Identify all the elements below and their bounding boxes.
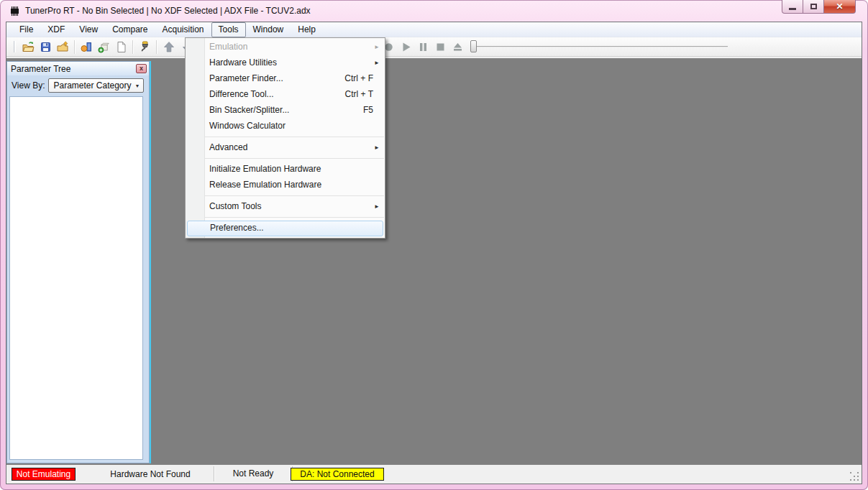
minimize-icon bbox=[789, 8, 796, 10]
open-icon bbox=[22, 41, 35, 52]
workspace: Parameter Tree x View By: Parameter Cate… bbox=[6, 58, 862, 465]
initialize-hardware-button[interactable] bbox=[136, 39, 153, 55]
minimize-button[interactable] bbox=[782, 0, 803, 14]
hardware-status: Hardware Not Found bbox=[78, 469, 222, 479]
menu-bar: File XDF View Compare Acquisition Tools … bbox=[6, 22, 862, 37]
toolbar-separator bbox=[132, 40, 133, 54]
menu-separator bbox=[205, 137, 384, 137]
new-xdf-icon bbox=[98, 41, 110, 53]
menu-item-difference-tool[interactable]: Difference Tool...Ctrl + T bbox=[186, 87, 385, 103]
compare-bins-icon bbox=[81, 41, 93, 53]
menu-file[interactable]: File bbox=[12, 22, 40, 37]
menu-item-advanced[interactable]: Advanced► bbox=[186, 140, 385, 156]
play-button[interactable] bbox=[397, 39, 414, 55]
close-button[interactable]: ✕ bbox=[824, 0, 856, 14]
tools-menu-popup: Emulation► Hardware Utilities► Parameter… bbox=[185, 37, 385, 239]
parameter-tree-view[interactable] bbox=[9, 96, 143, 460]
initialize-hardware-icon bbox=[139, 41, 151, 52]
menu-item-parameter-finder[interactable]: Parameter Finder...Ctrl + F bbox=[186, 71, 385, 87]
slider-handle[interactable] bbox=[470, 40, 477, 52]
toolbar bbox=[6, 37, 862, 57]
chevron-down-icon: ▼ bbox=[135, 83, 140, 88]
shortcut-label: F5 bbox=[363, 103, 373, 118]
open-button[interactable] bbox=[19, 39, 37, 55]
menu-item-bin-stacker-splitter[interactable]: Bin Stacker/Splitter...F5 bbox=[186, 103, 385, 119]
menu-item-initialize-emulation-hardware[interactable]: Initialize Emulation Hardware bbox=[186, 162, 385, 177]
save-button[interactable] bbox=[37, 39, 54, 55]
menu-compare[interactable]: Compare bbox=[105, 22, 155, 37]
acquisition-slider[interactable] bbox=[470, 40, 728, 53]
menu-separator bbox=[205, 195, 384, 196]
menu-xdf[interactable]: XDF bbox=[40, 22, 72, 37]
menu-window[interactable]: Window bbox=[246, 22, 291, 37]
da-status-badge: DA: Not Connected bbox=[291, 468, 384, 481]
close-icon: ✕ bbox=[836, 1, 843, 11]
view-by-row: View By: Parameter Category ▼ bbox=[7, 75, 149, 95]
slider-track bbox=[470, 46, 728, 47]
move-up-icon bbox=[163, 41, 175, 53]
parameter-tree-title: Parameter Tree bbox=[11, 64, 70, 74]
panel-close-button[interactable]: x bbox=[136, 64, 147, 73]
parameter-tree-panel: Parameter Tree x View By: Parameter Cate… bbox=[6, 61, 150, 463]
submenu-arrow-icon: ► bbox=[374, 55, 380, 70]
pause-button[interactable] bbox=[414, 39, 431, 55]
menu-help[interactable]: Help bbox=[291, 22, 323, 37]
menu-item-windows-calculator[interactable]: Windows Calculator bbox=[186, 119, 385, 134]
submenu-arrow-icon: ► bbox=[374, 199, 380, 214]
submenu-arrow-icon: ► bbox=[374, 140, 380, 155]
emulation-status-badge: Not Emulating bbox=[12, 468, 76, 481]
compare-bins-button[interactable] bbox=[78, 39, 95, 55]
ready-status: Not Ready bbox=[214, 466, 293, 481]
menu-separator bbox=[205, 158, 384, 159]
menu-separator bbox=[205, 217, 384, 218]
eject-button[interactable] bbox=[449, 39, 466, 55]
stop-icon bbox=[434, 41, 447, 53]
maximize-button[interactable] bbox=[803, 0, 824, 14]
view-by-value: Parameter Category bbox=[53, 80, 131, 91]
play-icon bbox=[400, 41, 412, 53]
toolbar-separator bbox=[74, 40, 75, 54]
app-body: File XDF View Compare Acquisition Tools … bbox=[6, 22, 862, 484]
save-icon bbox=[40, 41, 52, 53]
menu-item-emulation: Emulation► bbox=[186, 40, 385, 55]
app-window: TunerPro RT - No Bin Selected | No XDF S… bbox=[0, 0, 868, 490]
new-xdf-button[interactable] bbox=[95, 39, 112, 55]
resize-grip[interactable] bbox=[850, 472, 859, 481]
close-folder-icon bbox=[57, 41, 69, 52]
new-document-icon bbox=[115, 41, 127, 53]
menu-view[interactable]: View bbox=[72, 22, 105, 37]
view-by-dropdown[interactable]: Parameter Category ▼ bbox=[48, 78, 144, 93]
eject-icon bbox=[452, 41, 464, 53]
shortcut-label: Ctrl + F bbox=[344, 71, 373, 86]
window-title: TunerPro RT - No Bin Selected | No XDF S… bbox=[25, 6, 311, 16]
menu-item-release-emulation-hardware[interactable]: Release Emulation Hardware bbox=[186, 177, 385, 193]
panel-close-icon: x bbox=[140, 65, 143, 72]
stop-button[interactable] bbox=[431, 39, 449, 55]
close-folder-button[interactable] bbox=[54, 39, 71, 55]
pause-icon bbox=[417, 41, 429, 53]
menu-item-custom-tools[interactable]: Custom Tools► bbox=[186, 199, 385, 215]
title-bar[interactable]: TunerPro RT - No Bin Selected | No XDF S… bbox=[0, 0, 868, 22]
move-up-button[interactable] bbox=[160, 39, 178, 55]
menu-item-hardware-utilities[interactable]: Hardware Utilities► bbox=[186, 55, 385, 71]
new-document-button[interactable] bbox=[112, 39, 129, 55]
status-bar: Not Emulating Hardware Not Found Not Rea… bbox=[6, 465, 862, 484]
app-chip-icon bbox=[9, 6, 20, 17]
shortcut-label: Ctrl + T bbox=[345, 87, 373, 102]
toolbar-separator bbox=[156, 40, 157, 54]
submenu-arrow-icon: ► bbox=[374, 40, 380, 55]
view-by-label: View By: bbox=[12, 80, 45, 91]
maximize-icon bbox=[810, 4, 817, 9]
menu-acquisition[interactable]: Acquisition bbox=[155, 22, 211, 37]
menu-tools[interactable]: Tools bbox=[211, 22, 246, 37]
menu-item-preferences[interactable]: Preferences... bbox=[187, 221, 383, 236]
caption-buttons: ✕ bbox=[782, 0, 856, 14]
parameter-tree-header[interactable]: Parameter Tree x bbox=[7, 62, 149, 75]
toolbar-grip[interactable] bbox=[14, 41, 16, 52]
